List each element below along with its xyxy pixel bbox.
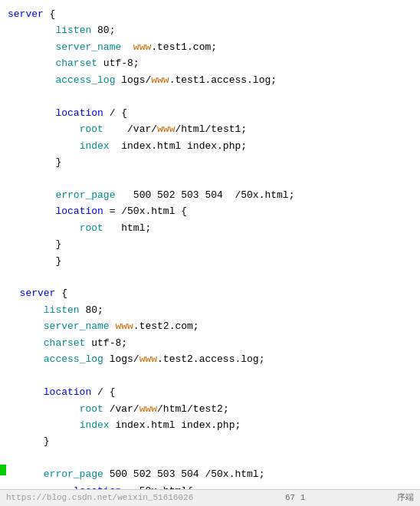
line-number: 67 1 [285,491,305,505]
code-line: charset utf-8; [8,335,412,351]
code-line: access_log logs/www.test1.access.log; [8,72,412,88]
status-text: 序端 [397,491,414,505]
status-bar: https://blog.csdn.net/weixin_51616026 67… [0,489,420,506]
code-line: root html; [8,220,412,236]
code-line [8,450,412,466]
code-line [8,170,412,186]
cursor-indicator [0,465,6,475]
code-line: charset utf-8; [8,55,412,71]
code-line: server { [8,285,412,301]
code-line: location / { [8,105,412,121]
code-line: index index.html index.php; [8,417,412,433]
code-line: } [8,253,412,269]
code-line: access_log logs/www.test2.access.log; [8,351,412,367]
code-line: error_page 500 502 503 504 /50x.html; [8,187,412,203]
code-line: root /var/www/html/test2; [8,401,412,417]
code-line: listen 80; [8,302,412,318]
code-line: listen 80; [8,22,412,38]
code-line: location = /50x.html { [8,203,412,219]
code-line: } [8,433,412,449]
code-line [8,368,412,384]
watermark-text: https://blog.csdn.net/weixin_51616026 [6,491,193,505]
code-line: location / { [8,384,412,400]
code-line: } [8,154,412,170]
code-content: server { listen 80; server_name www.test… [8,6,412,506]
code-line [8,269,412,285]
code-editor: server { listen 80; server_name www.test… [0,0,420,506]
code-line [8,88,412,104]
code-line: root /var/www/html/test1; [8,121,412,137]
code-line: server_name www.test2.com; [8,318,412,334]
code-line: error_page 500 502 503 504 /50x.html; [8,466,412,482]
code-line: server_name www.test1.com; [8,39,412,55]
code-line: server { [8,6,412,22]
code-line: index index.html index.php; [8,138,412,154]
code-line: } [8,236,412,252]
